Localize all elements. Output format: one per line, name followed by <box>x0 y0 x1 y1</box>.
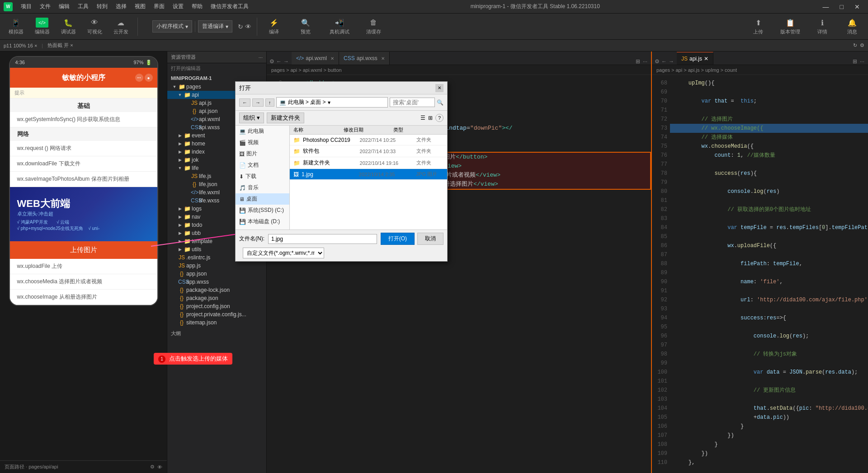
preview-btn[interactable]: 🔍 预览 <box>294 16 317 37</box>
tab-api-wxml[interactable]: </> api.wxml ✕ <box>292 52 339 65</box>
file-row-photoshop[interactable]: 📁 Photoshop CC2019 2022/7/14 10:25 文件夹 <box>290 135 447 145</box>
rcode-88: filePath: tempFile, <box>670 259 868 268</box>
right-split-icon[interactable]: ⊞ <box>853 58 857 65</box>
notify-btn[interactable]: 🔔 消息 <box>841 16 863 37</box>
open-editors-label[interactable]: 打开的编辑器 <box>167 63 266 74</box>
real-test-btn[interactable]: 📲 真机调试 <box>326 16 353 37</box>
split-icon[interactable]: ⊞ <box>636 58 640 65</box>
file-list-header: 名称 修改日期 类型 <box>290 126 447 135</box>
view-grid-icon[interactable]: ⊞ <box>428 115 433 121</box>
dialog-up-btn[interactable]: ↑ <box>265 98 274 107</box>
dialog-cancel-btn[interactable]: 取消 <box>417 233 443 245</box>
nav-documents[interactable]: 📄 文档 <box>236 159 289 171</box>
right-code-area[interactable]: upImg(){ var that = this; // 选择图片 // wx.… <box>670 75 868 473</box>
menu-item-file[interactable]: 文件 <box>36 1 54 12</box>
tree-appjs[interactable]: JS app.js <box>167 262 266 270</box>
detail-btn[interactable]: ℹ 详情 <box>811 16 834 37</box>
menu-item-help[interactable]: 帮助 <box>188 1 206 12</box>
tree-projectconfig[interactable]: {} project.config.json <box>167 302 266 310</box>
visual-btn[interactable]: 👁 可视化 <box>83 16 106 37</box>
phone-item-2[interactable]: wx.downloadFile 下载文件 <box>10 156 157 172</box>
file-row-newfolder[interactable]: 📁 新建文件夹 2022/10/14 19:16 文件夹 <box>290 157 447 169</box>
explorer-more-icon[interactable]: ··· <box>259 55 263 60</box>
version-btn[interactable]: 📋 版本管理 <box>777 16 804 37</box>
dialog-forward-btn[interactable]: → <box>252 98 264 107</box>
refresh-btn[interactable]: ↻ <box>238 23 243 30</box>
dialog-new-folder-btn[interactable]: 新建文件夹 <box>267 112 304 123</box>
compile-btn[interactable]: ⚡ 编译 <box>263 16 285 37</box>
menu-item-view[interactable]: 视图 <box>131 1 149 12</box>
dialog-file-list: 名称 修改日期 类型 📁 Photoshop CC2019 2022/7/14 … <box>290 126 447 229</box>
editor-nav-btns[interactable]: ⚙ ← → <box>267 58 292 65</box>
menu-item-project[interactable]: 项目 <box>17 1 35 12</box>
debugger-btn[interactable]: 🐛 调试器 <box>57 16 80 37</box>
dialog-help-icon[interactable]: ? <box>435 114 443 122</box>
nav-pc[interactable]: 💻 此电脑 <box>236 126 289 137</box>
dialog-back-btn[interactable]: ← <box>239 98 250 107</box>
dialog-organize-btn[interactable]: 组织 ▾ <box>239 112 264 123</box>
nav-local-d[interactable]: 💾 本地磁盘 (D:) <box>236 216 289 227</box>
simulator-btn[interactable]: 📱 模拟器 <box>5 16 27 37</box>
preview-eye-btn[interactable]: 👁 <box>245 23 251 30</box>
phone-item-1[interactable]: wx.request () 网络请求 <box>10 141 157 156</box>
tree-packagejson[interactable]: {} package.json <box>167 294 266 302</box>
filename-input[interactable] <box>268 234 377 244</box>
col-date: 修改日期 <box>344 126 394 133</box>
cloud-btn[interactable]: ☁ 云开发 <box>109 16 132 37</box>
menu-item-goto[interactable]: 转到 <box>93 1 111 12</box>
tree-sitemap[interactable]: {} sitemap.json <box>167 318 266 327</box>
menu-item-settings[interactable]: 设置 <box>169 1 187 12</box>
nav-video[interactable]: 🎬 视频 <box>236 137 289 148</box>
dialog-nav-bar: ← → ↑ 💻 此电脑 > 桌面 > ▾ 🔍 <box>236 94 447 111</box>
filetype-select[interactable]: 自定义文件(*.ogm;*.wmv;*.m <box>243 248 324 258</box>
path-dropdown-icon[interactable]: ▾ <box>328 99 330 106</box>
editor-breadcrumb: pages > api > api.wxml > button <box>267 65 651 75</box>
phone-more-btn[interactable]: ··· ● <box>135 74 153 82</box>
right-editor-breadcrumb: pages > api > api.js > upImg > count <box>652 65 868 75</box>
settings-icon[interactable]: ⚙ <box>860 42 864 48</box>
nav-downloads[interactable]: ⬇ 下载 <box>236 171 289 182</box>
phone-item-3[interactable]: wx.saveImageToPhotosAlbum 保存图片到相册 <box>10 172 157 187</box>
clear-btn[interactable]: 🗑 清缓存 <box>362 16 385 37</box>
view-icon[interactable]: 👁 <box>157 464 162 470</box>
window-minimize[interactable]: — <box>818 1 834 12</box>
more-icon[interactable]: ··· <box>643 58 647 65</box>
settings-gear-icon[interactable]: ⚙ <box>150 464 155 470</box>
nav-ssd-c[interactable]: 💾 系统(SSD) (C:) <box>236 205 289 216</box>
right-more-icon[interactable]: ··· <box>860 58 864 65</box>
tab-api-wxss[interactable]: CSS api.wxss ✕ <box>339 52 390 65</box>
window-close[interactable]: ✕ <box>850 1 864 12</box>
phone-item-0[interactable]: wx.getSystemInfoSync() 同步获取系统信息 <box>10 112 157 127</box>
refresh-icon[interactable]: ↻ <box>853 42 857 48</box>
menu-item-tools[interactable]: 工具 <box>74 1 92 12</box>
nav-pictures[interactable]: 🖼 图片 <box>236 148 289 159</box>
right-nav-btns[interactable]: ⚙ ← → <box>652 58 677 65</box>
dialog-footer: 文件名(N): 打开(O) 取消 自定义文件(*.ogm;*.wmv;*.m <box>236 229 447 261</box>
dialog-search-input[interactable] <box>390 98 435 107</box>
tree-appjson[interactable]: {} app.json <box>167 270 266 278</box>
compile-selector[interactable]: 普通编译 ▾ <box>198 20 232 33</box>
rcode-102: // 更新图片信息 <box>670 386 868 395</box>
file-row-software[interactable]: 📁 软件包 2022/7/14 10:33 文件夹 <box>290 145 447 157</box>
dialog-open-btn[interactable]: 打开(O) <box>381 233 415 245</box>
view-toggle-icon[interactable]: ☰ <box>420 115 425 121</box>
menu-item-edit[interactable]: 编辑 <box>55 1 73 12</box>
editor-btn[interactable]: </> 编辑器 <box>31 16 53 37</box>
phone-upload-btn[interactable]: 上传图片 <box>10 241 157 259</box>
explorer-title: 资源管理器 <box>171 54 196 61</box>
rcode-86: wx.uploadFile({ <box>670 241 868 250</box>
tree-projectprivate[interactable]: {} project.private.config.js... <box>167 310 266 318</box>
tree-packagelock[interactable]: {} package-lock.json <box>167 286 266 294</box>
menu-item-interface[interactable]: 界面 <box>150 1 168 12</box>
file-row-1jpg[interactable]: 🖼 1.jpg 2022/10/14 2:35 JPG 图片 <box>290 169 447 180</box>
menu-item-select[interactable]: 选择 <box>112 1 130 12</box>
dialog-close-btn[interactable]: ✕ <box>435 84 443 92</box>
tree-appwxss[interactable]: CSS app.wxss <box>167 278 266 286</box>
window-maximize[interactable]: □ <box>835 1 848 12</box>
upload-btn[interactable]: ⬆ 上传 <box>747 16 769 37</box>
nav-music[interactable]: 🎵 音乐 <box>236 182 289 193</box>
nav-desktop[interactable]: 🖥 桌面 <box>236 193 289 205</box>
menu-item-wechat-tools[interactable]: 微信开发者工具 <box>207 1 252 12</box>
tab-api-js[interactable]: JS api.js ✕ <box>677 52 713 65</box>
mode-selector[interactable]: 小程序模式 ▾ <box>152 20 192 33</box>
